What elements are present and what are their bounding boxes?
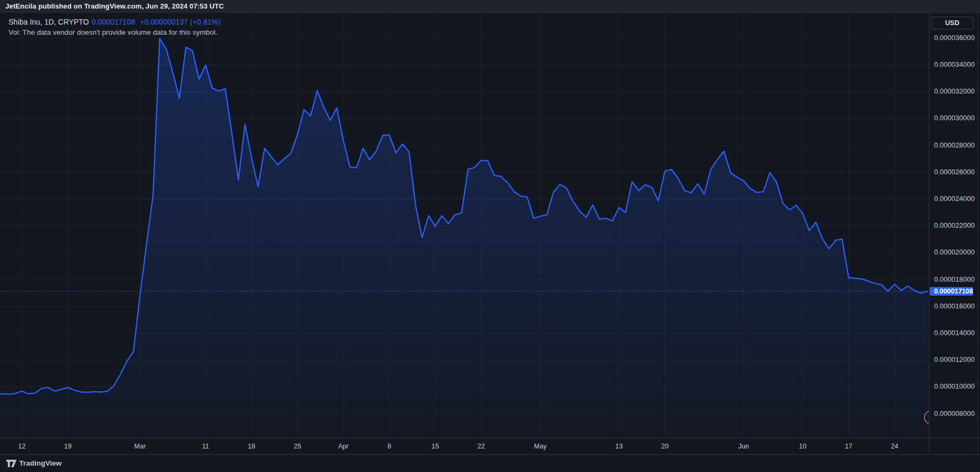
currency-usd-button[interactable]: USD — [931, 17, 974, 29]
price-axis-label: 0.000016000 — [934, 302, 975, 310]
price-axis-label: 0.000008000 — [934, 409, 975, 417]
price-axis-label: 0.000018000 — [934, 275, 975, 283]
price-axis-label: 0.000010000 — [934, 382, 975, 390]
time-axis-label: 17 — [845, 438, 852, 454]
time-axis-label: 15 — [432, 438, 439, 454]
symbol-title: Shiba Inu, 1D, CRYPTO — [9, 18, 89, 26]
tradingview-logo-link[interactable]: TradingView — [6, 459, 61, 467]
chart-legend: Shiba Inu, 1D, CRYPTO0.000017108+0.00000… — [9, 18, 221, 36]
last-price-value: 0.000017108 — [91, 18, 135, 26]
tradingview-snapshot: JetEncila published on TradingView.com, … — [0, 0, 980, 472]
time-axis-label: 13 — [615, 438, 623, 454]
publish-info: JetEncila published on TradingView.com, … — [5, 0, 224, 13]
price-axis-label: 0.000036000 — [934, 34, 975, 42]
price-chart[interactable] — [0, 13, 929, 438]
price-axis-label: 0.000030000 — [934, 114, 975, 122]
time-axis-label: Mar — [134, 438, 146, 454]
price-axis-label: 0.000022000 — [934, 221, 975, 229]
tradingview-icon — [6, 460, 17, 467]
time-axis-label: 10 — [799, 438, 806, 454]
price-axis-label: 0.000020000 — [934, 248, 975, 256]
last-price-tag: 0.000017108 — [930, 287, 973, 296]
price-axis-label: 0.000028000 — [934, 141, 975, 149]
time-axis-label: 20 — [661, 438, 669, 454]
price-axis-label: 0.000014000 — [934, 329, 975, 337]
area-fill — [0, 38, 927, 438]
publish-bar: JetEncila published on TradingView.com, … — [0, 0, 980, 13]
time-axis-label: Jun — [738, 438, 749, 454]
time-axis-label: 22 — [477, 438, 485, 454]
price-axis-label: 0.000012000 — [934, 355, 975, 363]
price-change: +0.000000137 (+0.81%) — [140, 18, 221, 26]
time-axis-label: 8 — [388, 438, 391, 454]
axis-corner-divider — [929, 438, 929, 455]
time-axis-label: 12 — [18, 438, 26, 454]
time-axis-label: 19 — [64, 438, 72, 454]
price-axis[interactable]: USD 0.000017108 0.0000360000.0000340000.… — [929, 13, 980, 438]
time-axis-label: 24 — [891, 438, 898, 454]
chart-pane[interactable]: Shiba Inu, 1D, CRYPTO0.000017108+0.00000… — [0, 13, 929, 438]
price-axis-label: 0.000024000 — [934, 195, 975, 203]
time-axis-label: 18 — [248, 438, 255, 454]
time-axis-label: 11 — [202, 438, 209, 454]
time-axis-label: May — [534, 438, 547, 454]
volume-note: Vol: The data vendor doesn't provide vol… — [9, 28, 221, 36]
time-axis-label: Apr — [338, 438, 348, 454]
frame-right-border — [977, 13, 978, 454]
price-axis-label: 0.000034000 — [934, 60, 975, 68]
time-axis-label: 25 — [294, 438, 301, 454]
price-axis-label: 0.000032000 — [934, 87, 975, 95]
time-axis[interactable]: 1219Mar111825Apr81522May1320Jun101724 — [0, 438, 980, 454]
price-axis-label: 0.000026000 — [934, 168, 975, 176]
footer-bar: TradingView — [0, 454, 980, 472]
tradingview-wordmark: TradingView — [19, 459, 61, 467]
